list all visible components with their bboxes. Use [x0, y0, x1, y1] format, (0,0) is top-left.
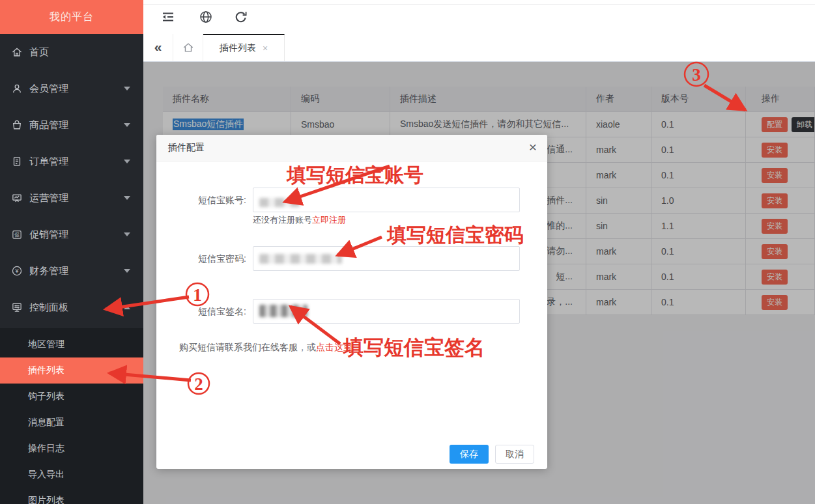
save-button[interactable]: 保存	[450, 445, 489, 464]
sidebar-subitem-import-export[interactable]: 导入导出	[0, 462, 143, 488]
masked-signature-value	[259, 305, 307, 317]
finance-icon: ¥	[11, 265, 23, 277]
sidebar-item-orders[interactable]: 订单管理	[0, 143, 143, 180]
tabs-scroll-left-button[interactable]: «	[143, 34, 173, 61]
order-icon	[11, 156, 23, 167]
sidebar-item-home[interactable]: 首页	[0, 34, 143, 70]
tab-label: 插件列表	[220, 42, 256, 54]
control-panel-submenu: 地区管理 插件列表 钩子列表 消息配置 操作日志 导入导出 图片列表	[0, 328, 143, 504]
subitem-label: 操作日志	[28, 443, 64, 455]
purchase-note: 购买短信请联系我们在线客服，或点击这里	[179, 342, 352, 354]
chevron-down-icon	[124, 232, 130, 236]
chevron-up-icon	[124, 305, 130, 309]
signature-label: 短信宝签名:	[156, 306, 246, 318]
subitem-label: 插件列表	[28, 365, 64, 376]
register-helper: 还没有注册账号立即注册	[253, 214, 346, 226]
close-icon[interactable]: ×	[263, 43, 268, 53]
sidebar: 我的平台 首页 会员管理 商品管理 订单管理 运营管理 促 促销管理 ¥ 财务管…	[0, 0, 143, 504]
tab-bar: « 插件列表 ×	[143, 34, 815, 62]
sidebar-item-control-panel[interactable]: 控制面板	[0, 289, 143, 326]
dialog-title: 插件配置	[168, 142, 205, 154]
chevron-down-icon	[124, 87, 130, 91]
tab-plugin-list[interactable]: 插件列表 ×	[203, 34, 285, 61]
home-tab-button[interactable]	[173, 34, 203, 61]
plugin-config-dialog: 插件配置 × 短信宝账号: 还没有注册账号立即注册 短信宝密码: 短信宝签名: …	[156, 135, 547, 469]
collapse-menu-icon[interactable]	[161, 10, 175, 24]
sidebar-subitem-hook-list[interactable]: 钩子列表	[0, 384, 143, 410]
sidebar-subitem-regions[interactable]: 地区管理	[0, 331, 143, 357]
sidebar-subitem-message-config[interactable]: 消息配置	[0, 410, 143, 436]
chevron-down-icon	[124, 160, 130, 163]
sidebar-item-operations[interactable]: 运营管理	[0, 180, 143, 216]
svg-text:¥: ¥	[14, 268, 19, 274]
subitem-label: 钩子列表	[28, 391, 64, 402]
register-now-link[interactable]: 立即注册	[312, 215, 346, 225]
cancel-button[interactable]: 取消	[495, 445, 534, 464]
sidebar-item-label: 首页	[29, 46, 49, 59]
sidebar-item-label: 会员管理	[29, 83, 68, 95]
sidebar-item-label: 控制面板	[29, 301, 68, 314]
home-icon	[11, 46, 23, 58]
chevron-down-icon	[124, 123, 130, 127]
close-icon[interactable]: ×	[529, 140, 537, 154]
sidebar-item-goods[interactable]: 商品管理	[0, 107, 143, 143]
globe-icon[interactable]	[199, 10, 213, 24]
sidebar-subitem-plugin-list[interactable]: 插件列表	[0, 357, 143, 384]
svg-text:促: 促	[14, 232, 20, 238]
brand-title: 我的平台	[0, 0, 143, 34]
member-icon	[11, 83, 23, 94]
double-chevron-left-icon: «	[154, 39, 162, 55]
subitem-label: 消息配置	[28, 417, 64, 428]
subitem-label: 导入导出	[28, 469, 64, 481]
dialog-header: 插件配置 ×	[156, 135, 547, 161]
goods-icon	[11, 119, 23, 131]
operation-icon	[11, 192, 23, 204]
chevron-down-icon	[124, 196, 130, 200]
divider	[143, 4, 815, 5]
sidebar-subitem-image-list[interactable]: 图片列表	[0, 488, 143, 504]
sidebar-subitem-operation-log[interactable]: 操作日志	[0, 436, 143, 462]
sidebar-item-label: 促销管理	[29, 229, 68, 241]
chevron-down-icon	[124, 269, 130, 273]
sidebar-item-members[interactable]: 会员管理	[0, 70, 143, 107]
home-icon	[182, 41, 195, 54]
masked-password-value	[259, 254, 342, 264]
refresh-icon[interactable]	[234, 10, 248, 24]
control-panel-icon	[11, 301, 23, 313]
sidebar-item-label: 商品管理	[29, 119, 68, 132]
sidebar-item-label: 运营管理	[29, 192, 68, 204]
account-label: 短信宝账号:	[156, 195, 246, 206]
sidebar-item-label: 财务管理	[29, 265, 68, 277]
promotion-icon: 促	[11, 229, 23, 240]
subitem-label: 图片列表	[28, 495, 64, 504]
click-here-link[interactable]: 点击这里	[316, 342, 352, 352]
toolbar	[143, 0, 815, 34]
sidebar-item-finance[interactable]: ¥ 财务管理	[0, 253, 143, 289]
sidebar-item-promotions[interactable]: 促 促销管理	[0, 216, 143, 253]
sidebar-item-label: 订单管理	[29, 156, 68, 168]
note-text: 购买短信请联系我们在线客服，或	[179, 342, 316, 352]
masked-account-value	[259, 198, 300, 207]
subitem-label: 地区管理	[28, 339, 64, 350]
helper-text: 还没有注册账号	[253, 215, 312, 225]
password-label: 短信宝密码:	[156, 253, 246, 265]
